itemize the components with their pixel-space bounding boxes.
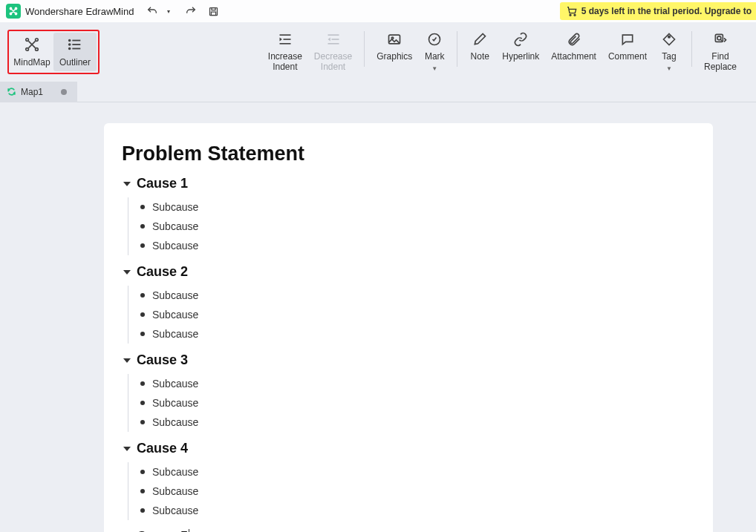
subcause-label[interactable]: Subcause: [152, 485, 198, 497]
subcause-label[interactable]: Subcause: [152, 397, 198, 409]
title-bar: Wondershare EdrawMind ▾ 5 days left in t…: [0, 0, 756, 22]
view-switcher-highlight: MindMap Outliner: [7, 30, 100, 74]
subcause-label[interactable]: Subcause: [152, 240, 198, 252]
outline-subcause-item[interactable]: Subcause: [140, 324, 695, 344]
cause-label[interactable]: Cause 1: [137, 176, 188, 191]
svg-point-2: [10, 13, 11, 14]
outline-subcause-item[interactable]: Subcause: [140, 482, 695, 501]
comment-icon: [619, 31, 636, 47]
svg-point-28: [668, 36, 671, 38]
svg-point-9: [26, 39, 29, 42]
outline-cause-item[interactable]: Cause 4: [122, 441, 695, 456]
svg-point-18: [69, 48, 71, 50]
document-title[interactable]: Problem Statement: [122, 142, 695, 165]
mindmap-icon: [24, 36, 40, 53]
svg-point-1: [15, 7, 16, 9]
hyperlink-button[interactable]: Hyperlink: [496, 30, 545, 62]
subcause-label[interactable]: Subcause: [152, 289, 198, 301]
subcause-list: SubcauseSubcauseSubcause: [128, 197, 695, 255]
outline-cause-item[interactable]: Cause 2: [122, 264, 695, 280]
bullet-icon: [140, 470, 145, 474]
outline-subcause-item[interactable]: Subcause: [140, 393, 695, 413]
bullet-icon: [140, 312, 145, 317]
tab-name: Map1: [21, 87, 43, 97]
document-tab[interactable]: Map1: [0, 82, 77, 102]
outline-subcause-item[interactable]: Subcause: [140, 501, 695, 520]
outline-subcause-item[interactable]: Subcause: [140, 217, 695, 236]
save-button[interactable]: [206, 4, 220, 18]
cause-label[interactable]: Cause 5: [137, 529, 189, 532]
graphics-button[interactable]: Graphics: [371, 30, 418, 62]
outline-subcause-item[interactable]: Subcause: [140, 462, 695, 482]
bullet-icon: [140, 224, 145, 229]
trial-banner[interactable]: 5 days left in the trial period. Upgrade…: [560, 2, 756, 20]
outliner-view-button[interactable]: Outliner: [53, 33, 97, 71]
find-replace-button[interactable]: Find Replace: [698, 30, 743, 73]
subcause-label[interactable]: Subcause: [152, 201, 198, 213]
expand-arrow-icon[interactable]: [123, 270, 131, 275]
canvas-area: Problem Statement Cause 1SubcauseSubcaus…: [0, 102, 756, 532]
note-icon: [472, 31, 488, 47]
subcause-list: SubcauseSubcauseSubcause: [128, 286, 695, 344]
subcause-list: SubcauseSubcauseSubcause: [128, 462, 695, 520]
expand-arrow-icon[interactable]: [123, 182, 131, 186]
bullet-icon: [140, 489, 145, 493]
svg-point-0: [10, 7, 11, 9]
subcause-label[interactable]: Subcause: [152, 466, 198, 478]
outline-cause-item[interactable]: Cause 3: [122, 352, 695, 368]
outline-subcause-item[interactable]: Subcause: [140, 236, 695, 255]
comment-button[interactable]: Comment: [602, 30, 653, 62]
outline-subcause-item[interactable]: Subcause: [140, 305, 695, 324]
outline-page[interactable]: Problem Statement Cause 1SubcauseSubcaus…: [104, 123, 713, 532]
subcause-label[interactable]: Subcause: [152, 416, 198, 428]
subcause-list: SubcauseSubcauseSubcause: [128, 374, 695, 432]
outline-subcause-item[interactable]: Subcause: [140, 286, 695, 305]
bullet-icon: [140, 332, 145, 336]
svg-point-8: [574, 14, 576, 16]
attachment-icon: [566, 31, 582, 47]
outline-subcause-item[interactable]: Subcause: [140, 197, 695, 217]
bullet-icon: [140, 508, 145, 513]
mark-button[interactable]: Mark ▼: [418, 30, 451, 72]
cause-label[interactable]: Cause 2: [137, 264, 188, 280]
subcause-label[interactable]: Subcause: [152, 309, 198, 321]
decrease-indent-button: Decrease Indent: [308, 30, 358, 73]
bullet-icon: [140, 381, 145, 386]
attachment-button[interactable]: Attachment: [545, 30, 602, 62]
redo-button[interactable]: [184, 4, 198, 18]
expand-arrow-icon[interactable]: [123, 447, 131, 451]
subcause-label[interactable]: Subcause: [152, 220, 198, 232]
outline-cause-item[interactable]: Cause 5: [122, 529, 695, 532]
unsaved-indicator-icon: [61, 89, 67, 95]
mindmap-view-button[interactable]: MindMap: [10, 33, 53, 71]
undo-button[interactable]: [146, 4, 159, 18]
refresh-icon: [6, 87, 16, 97]
outliner-label: Outliner: [59, 57, 91, 68]
tag-button[interactable]: Tag ▼: [653, 30, 685, 72]
subcause-label[interactable]: Subcause: [152, 328, 198, 340]
note-button[interactable]: Note: [463, 30, 496, 62]
svg-line-31: [720, 39, 723, 42]
cause-label[interactable]: Cause 3: [137, 352, 188, 368]
chevron-down-icon: ▼: [431, 65, 437, 72]
decrease-indent-icon: [325, 31, 342, 47]
outline-subcause-item[interactable]: Subcause: [140, 413, 695, 432]
quick-access-toolbar: ▾: [146, 4, 220, 18]
cause-label[interactable]: Cause 4: [137, 441, 188, 456]
bullet-icon: [140, 401, 145, 405]
outline-subcause-item[interactable]: Subcause: [140, 374, 695, 393]
svg-point-10: [36, 39, 39, 42]
hyperlink-label: Hyperlink: [502, 52, 539, 62]
bullet-icon: [140, 243, 145, 248]
svg-point-12: [36, 48, 39, 51]
note-label: Note: [471, 52, 489, 62]
increase-indent-button[interactable]: Increase Indent: [262, 30, 308, 73]
outline-cause-item[interactable]: Cause 1: [122, 176, 695, 191]
undo-dropdown-icon[interactable]: ▾: [162, 4, 175, 18]
svg-point-11: [26, 48, 29, 51]
find-replace-icon: [712, 31, 729, 47]
expand-arrow-icon[interactable]: [123, 358, 131, 363]
subcause-label[interactable]: Subcause: [152, 505, 198, 516]
svg-rect-6: [211, 12, 215, 15]
subcause-label[interactable]: Subcause: [152, 378, 198, 390]
